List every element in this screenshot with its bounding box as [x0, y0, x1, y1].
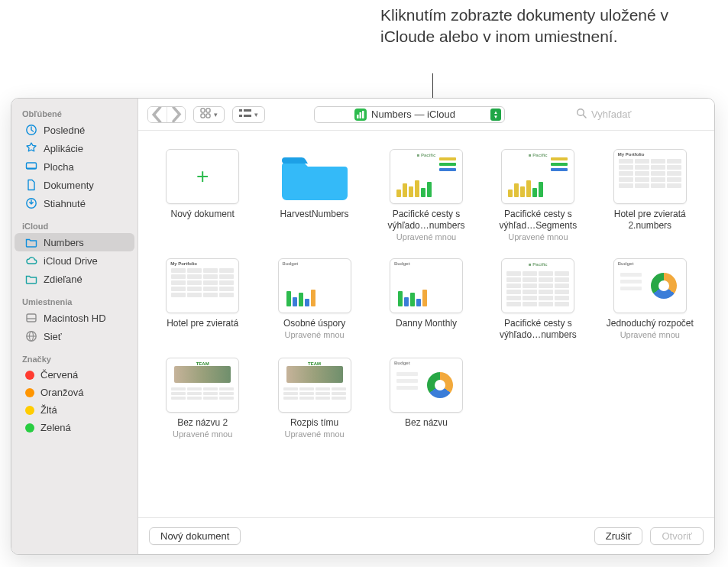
- grid-icon: [200, 108, 211, 121]
- file-thumbnail: Budget: [278, 258, 351, 313]
- sidebar-item-stiahnuté[interactable]: Stiahnuté: [15, 194, 134, 212]
- cancel-button[interactable]: Zrušiť: [594, 527, 643, 545]
- file-item[interactable]: Budget Osobné úsporyUpravené mnou: [264, 258, 364, 341]
- file-item[interactable]: Budget Bez názvu: [376, 358, 477, 439]
- file-item[interactable]: ■ Pacific Pacifické cesty s výhľad…Segme…: [487, 149, 588, 241]
- sidebar-item-label: Červená: [40, 369, 78, 381]
- numbers-app-icon: [354, 109, 367, 121]
- file-grid-area[interactable]: +Nový dokument HarvestNumbers■ Pacific P…: [138, 131, 714, 517]
- dialog-footer: Nový dokument Zrušiť Otvoriť: [138, 517, 714, 554]
- file-thumbnail: +: [166, 149, 239, 204]
- sidebar-item-dokumenty[interactable]: Dokumenty: [15, 176, 134, 194]
- item-name: HarvestNumbers: [280, 209, 349, 220]
- sidebar-item-icloud-drive[interactable]: iCloud Drive: [15, 251, 134, 270]
- file-item[interactable]: TEAM Rozpis tímuUpravené mnou: [264, 358, 364, 439]
- svg-rect-4: [27, 314, 36, 322]
- location-popup[interactable]: Numbers — iCloud ▲▼: [314, 106, 505, 123]
- file-thumbnail: TEAM: [166, 358, 239, 413]
- open-dialog-window: ObľúbenéPoslednéAplikáciePlochaDokumenty…: [11, 98, 715, 555]
- sidebar-heading: Umiestnenia: [11, 293, 138, 309]
- callout-text: Kliknutím zobrazte dokumenty uložené v i…: [380, 5, 701, 48]
- item-subtitle: Upravené mnou: [284, 429, 344, 439]
- sidebar-item-label: Žltá: [40, 404, 57, 416]
- sidebar-item-label: Posledné: [44, 125, 85, 136]
- sidebar-item-label: Numbers: [44, 237, 84, 248]
- svg-rect-9: [201, 109, 205, 112]
- sidebar-heading: iCloud: [11, 217, 138, 233]
- file-item[interactable]: TEAM Bez názvu 2Upravené mnou: [152, 358, 253, 439]
- nav-back-forward-group: [147, 106, 186, 123]
- file-thumbnail: TEAM: [278, 358, 351, 413]
- file-thumbnail: Budget: [390, 258, 463, 313]
- sidebar-item-label: Aplikácie: [44, 143, 83, 154]
- file-item[interactable]: ■ Pacific Pacifické cesty s výhľado…numb…: [376, 149, 477, 241]
- file-item[interactable]: My Portfolio Hotel pre zvieratá 2.number…: [600, 149, 700, 241]
- sidebar-item-žltá[interactable]: Žltá: [15, 401, 134, 419]
- file-grid: +Nový dokument HarvestNumbers■ Pacific P…: [152, 149, 700, 439]
- view-mode-button[interactable]: ▾: [193, 106, 225, 123]
- new-document-button[interactable]: Nový dokument: [149, 527, 241, 545]
- clock-icon: [25, 124, 37, 136]
- search-field-wrap: [575, 106, 705, 123]
- open-button[interactable]: Otvoriť: [650, 527, 704, 545]
- item-name: Hotel pre zvieratá: [167, 318, 238, 329]
- sidebar-item-label: Zelená: [40, 422, 71, 433]
- sidebar-heading: Obľúbené: [11, 105, 138, 121]
- file-thumbnail: My Portfolio: [613, 149, 687, 204]
- item-name: Danny Monthly: [396, 318, 457, 329]
- chevron-down-icon: ▾: [254, 111, 258, 118]
- search-input[interactable]: [591, 109, 698, 120]
- folder-icon: [282, 151, 348, 202]
- sidebar-item-macintosh-hd[interactable]: Macintosh HD: [15, 309, 134, 327]
- group-icon: [239, 109, 251, 120]
- item-name: Pacifické cesty s výhľado…numbers: [377, 209, 476, 232]
- file-item[interactable]: Budget Jednoduchý rozpočetUpravené mnou: [600, 258, 700, 341]
- svg-rect-15: [244, 109, 251, 112]
- toolbar: ▾ ▾ Numbers — iCloud ▲▼: [138, 99, 714, 131]
- new-document-tile[interactable]: +Nový dokument: [152, 149, 253, 241]
- file-thumbnail: Budget: [390, 358, 463, 413]
- item-subtitle: Upravené mnou: [620, 330, 680, 339]
- sidebar-item-sieť[interactable]: Sieť: [15, 327, 134, 345]
- file-item[interactable]: Budget Danny Monthly: [376, 258, 477, 341]
- file-thumbnail: Budget: [613, 258, 687, 313]
- svg-rect-10: [206, 109, 210, 112]
- sidebar-item-plocha[interactable]: Plocha: [15, 157, 134, 176]
- sidebar-item-červená[interactable]: Červená: [15, 366, 134, 384]
- sidebar-item-oranžová[interactable]: Oranžová: [15, 384, 134, 401]
- folder-icon: [25, 236, 37, 248]
- location-label: Numbers — iCloud: [371, 109, 455, 120]
- svg-rect-19: [362, 111, 364, 118]
- folder-item[interactable]: HarvestNumbers: [264, 149, 364, 241]
- sidebar-item-numbers[interactable]: Numbers: [15, 233, 134, 251]
- plus-icon: +: [196, 164, 209, 189]
- file-thumbnail: ■ Pacific: [390, 149, 463, 204]
- item-name: Pacifické cesty s výhľad…Segments: [488, 209, 587, 232]
- svg-rect-12: [206, 114, 210, 118]
- main-panel: ▾ ▾ Numbers — iCloud ▲▼: [138, 99, 714, 554]
- group-button[interactable]: ▾: [232, 106, 265, 123]
- item-name: Pacifické cesty s výhľado…numbers: [488, 318, 587, 341]
- svg-rect-18: [360, 112, 362, 118]
- svg-rect-2: [27, 168, 37, 170]
- sidebar-item-label: Stiahnuté: [44, 198, 86, 209]
- item-name: Nový dokument: [171, 209, 235, 220]
- file-item[interactable]: My Portfolio Hotel pre zvieratá: [152, 258, 253, 341]
- disk-icon: [25, 312, 37, 324]
- sidebar-item-posledné[interactable]: Posledné: [15, 121, 134, 139]
- sidebar-item-zdieľané[interactable]: Zdieľané: [15, 270, 134, 288]
- shared-icon: [25, 273, 37, 285]
- sidebar-item-aplikácie[interactable]: Aplikácie: [15, 139, 134, 157]
- file-item[interactable]: ■ Pacific Pacifické cesty s výhľado…numb…: [487, 258, 588, 341]
- forward-button[interactable]: [167, 107, 185, 122]
- tag-dot-icon: [25, 388, 34, 397]
- back-button[interactable]: [148, 107, 167, 122]
- popup-arrows-icon: ▲▼: [490, 109, 501, 121]
- svg-line-21: [584, 115, 587, 118]
- item-name: Hotel pre zvieratá 2.numbers: [600, 209, 700, 232]
- sidebar-item-label: iCloud Drive: [44, 255, 98, 267]
- sidebar-item-zelená[interactable]: Zelená: [15, 419, 134, 436]
- svg-rect-14: [239, 115, 242, 117]
- svg-rect-16: [244, 115, 251, 117]
- file-thumbnail: ■ Pacific: [501, 258, 574, 313]
